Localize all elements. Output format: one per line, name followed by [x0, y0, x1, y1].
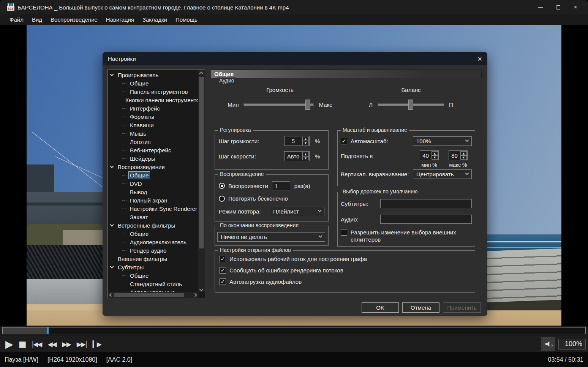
- spin-up-icon[interactable]: ▲: [302, 137, 309, 141]
- tree-item[interactable]: Мышь: [108, 129, 198, 138]
- seek-marker[interactable]: [47, 327, 49, 334]
- menu-item[interactable]: Воспроизведение: [46, 14, 102, 25]
- menu-item[interactable]: Файл: [5, 14, 28, 25]
- menu-item[interactable]: Навигация: [102, 14, 138, 25]
- tree-horizontal-scrollbar[interactable]: [108, 292, 198, 298]
- file-opening-checkbox[interactable]: ✓: [220, 278, 226, 285]
- tree-vertical-scrollbar[interactable]: [198, 70, 205, 292]
- play-count-radio[interactable]: [219, 183, 225, 189]
- stop-button[interactable]: ■: [19, 337, 26, 352]
- ok-button[interactable]: OK: [362, 302, 399, 313]
- subtitles-input[interactable]: [380, 199, 472, 208]
- tree-item[interactable]: Кнопки панели инструментов: [108, 96, 198, 104]
- scroll-right-icon[interactable]: [193, 293, 197, 297]
- rewind-button[interactable]: ◀◀: [47, 337, 56, 352]
- play-button[interactable]: ▶: [5, 337, 13, 352]
- spin-down-icon[interactable]: ▼: [302, 156, 309, 160]
- tree-vscroll-thumb[interactable]: [199, 77, 204, 248]
- file-opening-checkbox[interactable]: ✓: [220, 267, 226, 274]
- tree-hscroll-thumb[interactable]: [114, 293, 184, 297]
- fast-forward-button[interactable]: ▶▶: [62, 337, 71, 352]
- tree-item[interactable]: Рендер аудио: [108, 246, 198, 255]
- play-count-input[interactable]: [272, 181, 290, 190]
- menu-item[interactable]: Закладки: [138, 14, 171, 25]
- tree-item[interactable]: Полный экран: [108, 196, 198, 204]
- speed-step-spinner[interactable]: Авто ▲▼: [284, 151, 310, 161]
- repeat-mode-dropdown[interactable]: Плейлист: [270, 207, 324, 216]
- mute-button[interactable]: ×: [541, 337, 555, 351]
- tree-item[interactable]: Вывод: [108, 188, 198, 196]
- tree-item[interactable]: Общие: [108, 271, 198, 280]
- tree-item[interactable]: Общие: [108, 229, 198, 238]
- tree-item[interactable]: Логотип: [108, 138, 198, 146]
- external-splitters-checkbox[interactable]: [341, 229, 347, 236]
- autozoom-checkbox[interactable]: ✓: [341, 138, 347, 144]
- tree-item[interactable]: Клавиши: [108, 121, 198, 129]
- tree-item[interactable]: Панель инструментов: [108, 87, 198, 96]
- tree-item[interactable]: Захват: [108, 213, 198, 221]
- minimize-button[interactable]: [532, 0, 549, 14]
- tree-item[interactable]: Встроенные фильтры: [108, 221, 198, 229]
- tree-item[interactable]: Воспроизведение: [108, 163, 198, 171]
- tree-item[interactable]: Общие: [108, 79, 198, 87]
- fit-min-spinner[interactable]: 40 ▲▼: [420, 150, 439, 160]
- volume-step-value[interactable]: 5: [285, 136, 302, 146]
- audio-track-input[interactable]: [380, 215, 472, 224]
- chevron-down-icon[interactable]: [110, 165, 114, 168]
- external-splitters-label: Разрешить изменение выбора внешних сплит…: [351, 229, 472, 244]
- spin-up-icon[interactable]: ▲: [460, 151, 467, 155]
- tree-item[interactable]: Аудиопереключатель: [108, 238, 198, 246]
- cancel-button[interactable]: Отмена: [402, 302, 439, 313]
- tree-item[interactable]: Шейдеры: [108, 154, 198, 163]
- fit-min-value[interactable]: 40: [420, 151, 431, 160]
- after-playback-dropdown[interactable]: Ничего не делать: [217, 232, 325, 242]
- scroll-left-icon[interactable]: [109, 293, 113, 297]
- file-opening-checkbox[interactable]: ✓: [220, 256, 226, 262]
- scroll-down-icon[interactable]: [199, 287, 203, 291]
- tree-item[interactable]: Внешние фильтры: [108, 255, 198, 263]
- repeat-forever-radio[interactable]: [219, 196, 225, 202]
- tree-item[interactable]: Веб-интерфейс: [108, 146, 198, 154]
- chevron-down-icon[interactable]: [110, 223, 114, 227]
- tree-item[interactable]: Стандартный стиль: [108, 280, 198, 288]
- tree-item[interactable]: Форматы: [108, 112, 198, 121]
- tree-item[interactable]: Общие: [108, 171, 198, 179]
- tree-item[interactable]: Проигрыватель: [108, 71, 198, 79]
- mute-x-icon: ×: [551, 343, 553, 348]
- chevron-down-icon[interactable]: [110, 73, 114, 76]
- spin-up-icon[interactable]: ▲: [302, 152, 309, 156]
- title-bar: 321 БАРСЕЛОНА _ Большой выпуск о самом к…: [0, 0, 588, 14]
- volume-slider[interactable]: [243, 103, 314, 106]
- fit-max-spinner[interactable]: 80 ▲▼: [449, 150, 468, 160]
- tree-item[interactable]: Дополнительные: [108, 288, 198, 292]
- menu-item[interactable]: Вид: [28, 14, 46, 25]
- balance-slider[interactable]: [378, 103, 444, 106]
- autozoom-dropdown[interactable]: 100%: [413, 136, 472, 146]
- tree-item[interactable]: Настройки Sync Renderer: [108, 204, 198, 213]
- dialog-title-bar[interactable]: Настройки ×: [103, 52, 487, 65]
- volume-slider-thumb[interactable]: [305, 100, 310, 110]
- speed-step-value[interactable]: Авто: [285, 152, 302, 161]
- tree-item[interactable]: Интерфейс: [108, 104, 198, 112]
- dialog-close-button[interactable]: ×: [477, 55, 482, 63]
- spin-down-icon[interactable]: ▼: [302, 141, 309, 145]
- chevron-down-icon[interactable]: [110, 265, 114, 269]
- spin-down-icon[interactable]: ▼: [432, 155, 438, 160]
- skip-back-button[interactable]: |◀◀: [32, 337, 42, 352]
- apply-button[interactable]: Применить: [443, 302, 481, 313]
- balance-slider-thumb[interactable]: [408, 100, 413, 110]
- seek-bar[interactable]: [2, 327, 586, 334]
- tree-item[interactable]: Субтитры: [108, 263, 198, 271]
- scroll-up-icon[interactable]: [199, 71, 203, 76]
- spin-up-icon[interactable]: ▲: [432, 151, 438, 155]
- volume-step-spinner[interactable]: 5 ▲▼: [284, 136, 310, 146]
- maximize-button[interactable]: [549, 0, 567, 14]
- close-button[interactable]: ×: [567, 0, 584, 14]
- fit-max-value[interactable]: 80: [449, 151, 460, 160]
- tree-item[interactable]: DVD: [108, 179, 198, 188]
- frame-step-button[interactable]: ▎▶: [93, 337, 101, 352]
- valign-dropdown[interactable]: Центрировать: [413, 169, 472, 179]
- skip-forward-button[interactable]: ▶▶|: [77, 337, 87, 352]
- menu-item[interactable]: Помощь: [171, 14, 202, 25]
- spin-down-icon[interactable]: ▼: [460, 155, 467, 160]
